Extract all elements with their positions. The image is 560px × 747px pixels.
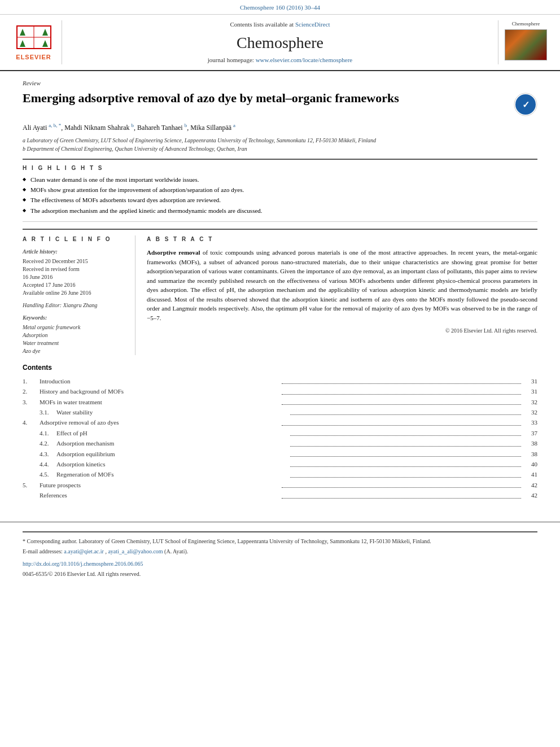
- corresponding-author: * Corresponding author. Laboratory of Gr…: [23, 537, 537, 545]
- toc-number: [23, 491, 40, 500]
- author-2: Mahdi Niknam Shahrak b,: [64, 124, 135, 132]
- footer: * Corresponding author. Laboratory of Gr…: [0, 522, 560, 578]
- history-line-2: Received in revised form: [23, 265, 127, 273]
- toc-number: 4.1.: [40, 429, 56, 438]
- toc-dots: [290, 466, 522, 467]
- toc-page: 38: [523, 450, 537, 458]
- toc-page: 33: [523, 418, 537, 427]
- abstract-column: A B S T R A C T Adsorptive removal of to…: [147, 235, 537, 355]
- author-3: Bahareh Tanhaei b,: [137, 124, 189, 132]
- contents-section: Contents 1.Introduction312.History and b…: [23, 363, 537, 500]
- toc-number: 3.: [23, 398, 40, 407]
- toc-label: Regeneration of MOFs: [56, 470, 288, 479]
- history-line-5: Available online 26 June 2016: [23, 289, 127, 297]
- toc-page: 31: [523, 387, 537, 396]
- toc-item: 2.History and background of MOFs31: [23, 387, 537, 396]
- email-sep: ,: [105, 548, 107, 554]
- elsevier-logo-svg: [14, 23, 54, 51]
- abstract-first-word: Adsorptive removal: [147, 249, 200, 256]
- toc-label: MOFs in water treatment: [40, 398, 279, 407]
- toc-page: 38: [523, 439, 537, 448]
- toc-number: 5.: [23, 481, 40, 490]
- sciencedirect-link[interactable]: ScienceDirect: [295, 21, 330, 28]
- keyword-4: Azo dye: [23, 347, 127, 355]
- toc-item: 4.Adsorptive removal of azo dyes33: [23, 418, 537, 427]
- doi-anchor[interactable]: http://dx.doi.org/10.1016/j.chemosphere.…: [23, 561, 143, 567]
- abstract-body: of toxic compounds using advanced porous…: [147, 249, 537, 321]
- email-line: E-mail addresses: a.ayati@qiet.ac.ir , a…: [23, 548, 537, 556]
- toc-page: 37: [523, 429, 537, 438]
- journal-title: Chemosphere: [237, 32, 323, 54]
- toc-number: 3.1.: [40, 408, 56, 417]
- article-info-abstract: A R T I C L E I N F O Article history: R…: [23, 229, 537, 355]
- toc-item: 5.Future prospects42: [23, 481, 537, 490]
- toc-dots: [282, 487, 522, 488]
- toc-item: 4.4.Adsorption kinetics40: [23, 460, 537, 469]
- article-title: Emerging adsorptive removal of azo dye b…: [23, 90, 514, 107]
- footer-divider: [23, 531, 537, 532]
- email-link-2[interactable]: ayati_a_ali@yahoo.com: [108, 548, 163, 554]
- homepage-link[interactable]: www.elsevier.com/locate/chemosphere: [256, 56, 353, 63]
- highlight-item-1: Clean water demand is one of the most im…: [23, 176, 537, 184]
- toc-label: Adsorptive removal of azo dyes: [40, 418, 279, 427]
- doi-link[interactable]: http://dx.doi.org/10.1016/j.chemosphere.…: [23, 560, 537, 568]
- toc-container: 1.Introduction312.History and background…: [23, 377, 537, 500]
- email-link-1[interactable]: a.ayati@qiet.ac.ir: [64, 548, 104, 554]
- toc-label: Introduction: [40, 377, 279, 386]
- toc-item: 4.3.Adsorption equilibrium38: [23, 450, 537, 458]
- affiliation-a: a Laboratory of Green Chemistry, LUT Sch…: [23, 136, 537, 145]
- copyright-notice: © 2016 Elsevier Ltd. All rights reserved…: [147, 327, 537, 335]
- toc-label: Effect of pH: [56, 429, 288, 438]
- highlight-item-4: The adsorption mechanism and the applied…: [23, 207, 537, 215]
- sciencedirect-label: Contents lists available at ScienceDirec…: [230, 20, 330, 29]
- crossmark-icon: ✓: [514, 93, 537, 116]
- toc-dots: [282, 404, 522, 405]
- toc-page: 32: [523, 398, 537, 407]
- journal-name-block: Contents lists available at ScienceDirec…: [68, 20, 492, 64]
- history-line-4: Accepted 17 June 2016: [23, 281, 127, 289]
- contents-title: Contents: [23, 363, 537, 373]
- toc-dots: [282, 425, 522, 426]
- homepage-line: journal homepage: www.elsevier.com/locat…: [208, 56, 352, 64]
- toc-dots: [290, 446, 522, 447]
- page: Chemosphere 160 (2016) 30–44 ELSEVIER: [0, 0, 560, 747]
- toc-item: 4.2.Adsorption mechanism38: [23, 439, 537, 448]
- toc-page: 41: [523, 470, 537, 479]
- toc-item: 1.Introduction31: [23, 377, 537, 386]
- main-content: Review Emerging adsorptive removal of az…: [0, 71, 560, 516]
- citation-text: Chemosphere 160 (2016) 30–44: [240, 4, 320, 11]
- highlight-item-3: The effectiveness of MOFs adsorbents tow…: [23, 196, 537, 204]
- authors-line: Ali Ayati a, b, *, Mahdi Niknam Shahrak …: [23, 122, 537, 133]
- history-line-1: Received 20 December 2015: [23, 257, 127, 265]
- toc-page: 42: [523, 491, 537, 500]
- publisher-logo: ELSEVIER: [11, 20, 62, 64]
- toc-label: Adsorption mechanism: [56, 439, 288, 448]
- toc-page: 42: [523, 481, 537, 490]
- toc-dots: [290, 477, 522, 478]
- highlights-title: H I G H L I G H T S: [23, 164, 537, 172]
- svg-text:✓: ✓: [522, 100, 530, 110]
- toc-item: 4.5.Regeneration of MOFs41: [23, 470, 537, 479]
- toc-number: 4.4.: [40, 460, 56, 469]
- toc-number: 4.5.: [40, 470, 56, 479]
- toc-label: History and background of MOFs: [40, 387, 279, 396]
- keyword-1: Metal organic framework: [23, 324, 127, 331]
- toc-label: Adsorption equilibrium: [56, 450, 288, 458]
- author-1: Ali Ayati a, b, *,: [23, 124, 63, 132]
- author-4: Mika Sillanpää a: [190, 124, 235, 132]
- journal-header: ELSEVIER Contents lists available at Sci…: [0, 15, 560, 71]
- toc-dots: [282, 383, 522, 384]
- toc-number: 1.: [23, 377, 40, 386]
- toc-item: References42: [23, 491, 537, 500]
- email-suffix: (A. Ayati).: [164, 548, 188, 554]
- toc-label: Water stability: [56, 408, 288, 417]
- toc-page: 32: [523, 408, 537, 417]
- abstract-text: Adsorptive removal of toxic compounds us…: [147, 248, 537, 322]
- thumb-journal-name: Chemosphere: [512, 20, 540, 28]
- toc-dots: [282, 498, 522, 499]
- toc-label: Future prospects: [40, 481, 279, 490]
- toc-dots: [290, 456, 522, 457]
- history-line-3: 16 June 2016: [23, 273, 127, 281]
- journal-citation: Chemosphere 160 (2016) 30–44: [0, 0, 560, 15]
- history-group: Article history: Received 20 December 20…: [23, 248, 127, 297]
